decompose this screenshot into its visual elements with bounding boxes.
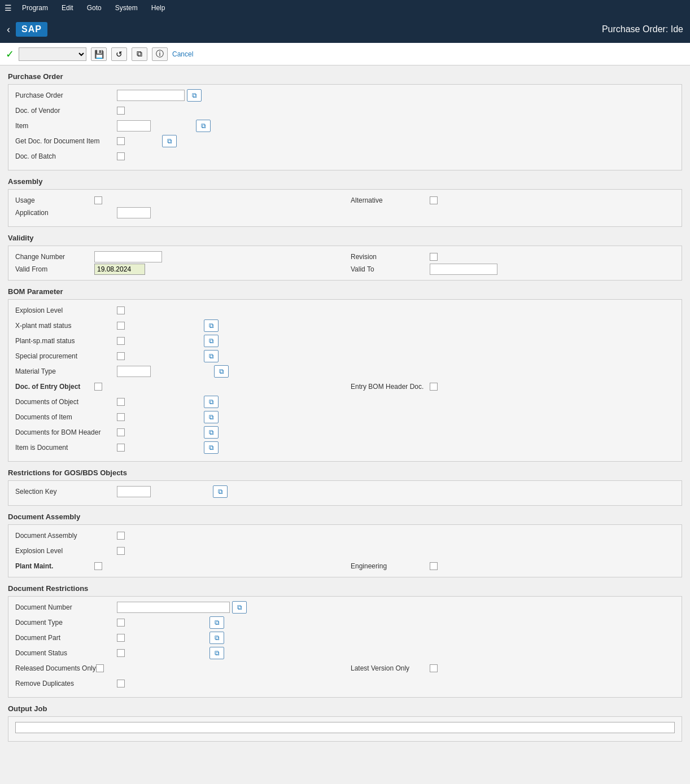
plant-sp-matl-checkbox[interactable] [117, 337, 125, 345]
restrictions-gos-section: Restrictions for GOS/BDS Objects Selecti… [8, 467, 682, 506]
item-is-document-lookup[interactable] [204, 441, 219, 454]
entry-bom-header-checkbox[interactable] [430, 383, 438, 391]
output-job-input[interactable] [15, 722, 675, 733]
released-docs-label: Released Documents Only [15, 664, 96, 672]
confirm-button[interactable]: ✓ [6, 48, 14, 60]
menu-system[interactable]: System [112, 2, 141, 14]
change-number-input[interactable] [94, 251, 162, 262]
revision-checkbox[interactable] [430, 253, 438, 261]
restrictions-gos-title: Restrictions for GOS/BDS Objects [8, 467, 682, 478]
released-docs-checkbox[interactable] [96, 664, 104, 672]
menu-goto[interactable]: Goto [84, 2, 105, 14]
plant-maint-col: Plant Maint. [15, 560, 339, 572]
purchase-order-row: Purchase Order [15, 89, 675, 102]
menu-help[interactable]: Help [148, 2, 169, 14]
doc-vendor-checkbox[interactable] [117, 107, 125, 115]
back-button[interactable]: ‹ [7, 24, 10, 36]
documents-of-item-lookup[interactable] [204, 411, 219, 423]
document-status-lookup[interactable] [209, 647, 224, 659]
valid-from-input[interactable] [94, 264, 145, 275]
alternative-checkbox[interactable] [430, 196, 438, 204]
material-type-lookup[interactable] [214, 365, 229, 378]
item-lookup-1[interactable] [196, 120, 211, 132]
bom-parameter-title: BOM Parameter [8, 286, 682, 297]
document-part-lookup[interactable] [209, 632, 224, 644]
lookup-icon [201, 122, 206, 130]
document-type-checkbox[interactable] [117, 619, 125, 627]
special-procurement-checkbox[interactable] [117, 352, 125, 360]
documents-of-object-label: Documents of Object [15, 398, 117, 406]
toolbar-dropdown[interactable] [19, 47, 86, 61]
valid-to-input[interactable] [430, 264, 497, 275]
xplant-matl-label: X-plant matl status [15, 322, 117, 330]
released-docs-col: Released Documents Only [15, 662, 339, 674]
released-docs-row: Released Documents Only Latest Version O… [15, 662, 675, 674]
doc-assembly-label: Document Assembly [15, 532, 117, 540]
documents-of-item-checkbox[interactable] [117, 413, 125, 421]
get-doc-label: Get Doc. for Document Item [15, 137, 117, 145]
xplant-matl-checkbox[interactable] [117, 322, 125, 330]
remove-duplicates-checkbox[interactable] [117, 680, 125, 687]
documents-of-object-lookup[interactable] [204, 396, 219, 408]
cancel-button[interactable]: Cancel [172, 50, 193, 58]
document-part-checkbox[interactable] [117, 634, 125, 642]
menu-program[interactable]: Program [19, 2, 51, 14]
document-restrictions-body: Document Number Document Type Document P… [8, 596, 682, 698]
menu-edit[interactable]: Edit [58, 2, 77, 14]
documents-for-bom-lookup[interactable] [204, 426, 219, 439]
item-is-document-checkbox[interactable] [117, 444, 125, 452]
explosion-level-row: Explosion Level [15, 304, 675, 317]
usage-label: Usage [15, 196, 94, 204]
material-type-input[interactable] [117, 366, 151, 377]
latest-version-checkbox[interactable] [430, 664, 438, 672]
document-restrictions-section: Document Restrictions Document Number Do… [8, 583, 682, 698]
item-row: Item [15, 120, 675, 132]
selection-key-input[interactable] [117, 486, 151, 497]
doc-assembly-row: Document Assembly [15, 529, 675, 542]
hamburger-icon[interactable]: ☰ [5, 3, 12, 12]
toolbar: ✓ 💾 ↺ ⧉ ⓘ Cancel [0, 43, 690, 65]
purchase-order-title: Purchase Order [8, 71, 682, 82]
doc-entry-checkbox[interactable] [94, 383, 102, 391]
document-type-label: Document Type [15, 619, 117, 627]
info-button[interactable]: ⓘ [152, 47, 168, 61]
doc-batch-checkbox[interactable] [117, 152, 125, 160]
doc-assembly-checkbox[interactable] [117, 532, 125, 540]
lookup-icon [209, 352, 214, 360]
lookup-icon [209, 337, 214, 345]
document-status-checkbox[interactable] [117, 649, 125, 657]
xplant-matl-lookup[interactable] [204, 319, 219, 332]
special-procurement-label: Special procurement [15, 352, 117, 360]
special-procurement-lookup[interactable] [204, 350, 219, 362]
engineering-checkbox[interactable] [430, 562, 438, 570]
revision-row: Revision [351, 251, 675, 263]
validity-title: Validity [8, 233, 682, 243]
get-doc-checkbox[interactable] [117, 137, 125, 145]
application-label: Application [15, 209, 117, 217]
documents-for-bom-checkbox[interactable] [117, 428, 125, 436]
copy-button[interactable]: ⧉ [132, 47, 147, 61]
documents-of-object-checkbox[interactable] [117, 398, 125, 406]
purchase-order-lookup[interactable] [187, 89, 202, 102]
plant-maint-checkbox[interactable] [94, 562, 102, 570]
purchase-order-input[interactable] [117, 90, 185, 101]
plant-sp-matl-lookup[interactable] [204, 335, 219, 347]
lookup-icon [167, 137, 172, 145]
item-is-document-row: Item is Document [15, 441, 675, 454]
get-doc-lookup[interactable] [162, 135, 177, 147]
usage-checkbox[interactable] [94, 196, 102, 204]
document-number-input[interactable] [117, 602, 230, 613]
item-input[interactable] [117, 120, 151, 132]
save-button[interactable]: 💾 [91, 47, 107, 61]
document-type-lookup[interactable] [209, 616, 224, 629]
plant-sp-matl-label: Plant-sp.matl status [15, 337, 117, 345]
entry-bom-header-label: Entry BOM Header Doc. [351, 383, 430, 391]
refresh-button[interactable]: ↺ [111, 47, 127, 61]
doc-assembly-explosion-checkbox[interactable] [117, 547, 125, 555]
explosion-level-checkbox[interactable] [117, 306, 125, 314]
validity-section: Validity Change Number Revision Valid Fr… [8, 233, 682, 281]
selection-key-lookup[interactable] [213, 485, 228, 498]
documents-of-item-label: Documents of Item [15, 413, 117, 421]
application-input[interactable] [117, 207, 151, 218]
document-number-lookup[interactable] [232, 601, 247, 614]
